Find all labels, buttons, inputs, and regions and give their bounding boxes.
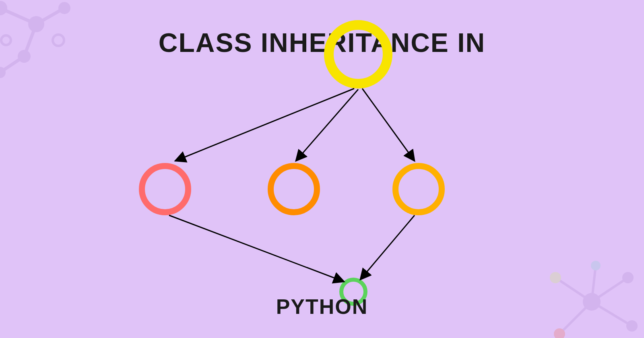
svg-point-16 [583,293,601,311]
svg-point-5 [58,2,70,14]
svg-point-6 [28,16,44,32]
svg-point-4 [0,1,7,15]
svg-line-23 [296,89,358,161]
svg-line-22 [175,89,354,161]
network-decoration-icon [531,254,644,338]
svg-line-25 [169,215,344,282]
svg-line-24 [362,89,415,161]
svg-line-26 [360,215,415,280]
title-text: Class Inheritance in [159,27,485,58]
svg-point-7 [18,50,31,63]
subtitle-text: Python [276,295,368,319]
svg-point-9 [53,35,64,46]
svg-point-10 [1,35,11,45]
child-node-1 [139,163,191,215]
child-node-2 [268,163,320,215]
svg-point-17 [550,272,561,283]
root-node [324,20,392,89]
network-decoration-icon [0,0,80,80]
svg-point-20 [626,320,638,332]
svg-point-18 [622,272,634,283]
svg-point-21 [591,261,601,270]
child-node-3 [392,163,445,215]
